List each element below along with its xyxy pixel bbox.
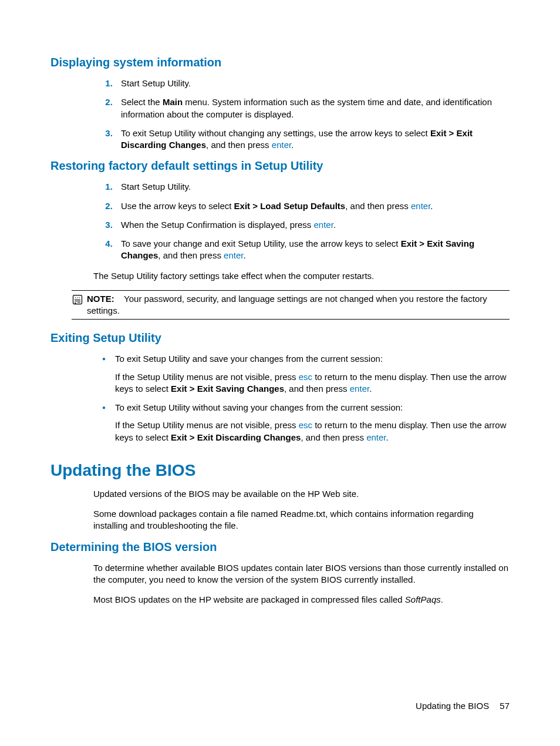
text-run: , and then press [284,384,350,394]
document-page: Displaying system information Start Setu… [0,0,560,746]
text-run: Some download packages contain a file na… [93,509,474,530]
text-run: . [291,140,294,150]
text-run: To exit Setup Utility without changing a… [121,128,430,138]
list-item: To exit Setup Utility and save your chan… [115,353,510,395]
text-run: To save your change and exit Setup Utili… [121,238,401,248]
text-run: Select the [121,97,163,107]
page-footer: Updating the BIOS 57 [416,701,510,711]
ordered-list-section1: Start Setup Utility.Select the Main menu… [50,78,510,151]
list-item: To exit Setup Utility without saving you… [115,402,510,443]
key-name: enter [314,220,333,230]
body-paragraph: To determine whether available BIOS upda… [50,562,510,586]
text-run: . [333,220,336,230]
list-item: Start Setup Utility. [115,78,510,89]
heading-updating-the-bios: Updating the BIOS [50,461,510,480]
svg-point-3 [79,297,80,298]
text-run: Use the arrow keys to select [121,201,234,211]
note-callout: NOTE: Your password, security, and langu… [72,290,510,320]
note-label: NOTE: [87,294,114,304]
note-text: NOTE: Your password, security, and langu… [87,293,510,317]
bullet-list-section3: To exit Setup Utility and save your chan… [50,353,510,443]
list-item: To save your change and exit Setup Utili… [115,238,510,262]
italic-text: SoftPaqs [405,594,441,604]
heading-determining-bios-version: Determining the BIOS version [50,540,510,554]
svg-point-2 [77,297,77,298]
text-run: If the Setup Utility menus are not visib… [115,372,299,382]
text-run: , and then press [301,432,366,442]
heading-exiting-setup-utility: Exiting Setup Utility [50,331,510,345]
key-name: esc [299,420,312,430]
text-run: Most BIOS updates on the HP website are … [93,594,405,604]
heading-displaying-system-information: Displaying system information [50,56,510,69]
text-run: To exit Setup Utility without saving you… [115,402,403,412]
bold-text: Main [163,97,183,107]
heading-restoring-factory-defaults: Restoring factory default settings in Se… [50,159,510,173]
list-item: To exit Setup Utility without changing a… [115,127,510,152]
key-name: enter [350,384,369,394]
key-name: esc [299,372,312,382]
list-item: Use the arrow keys to select Exit > Load… [115,200,510,212]
svg-point-1 [75,297,76,298]
text-run: , and then press [206,140,272,150]
body-paragraph: Updated versions of the BIOS may be avai… [50,488,510,500]
key-name: enter [366,432,386,442]
body-text: The Setup Utility factory settings take … [50,270,510,282]
text-run: Start Setup Utility. [121,78,191,88]
text-run: To determine whether available BIOS upda… [93,563,508,584]
bold-text: Exit > Exit Discarding Changes [171,432,301,442]
text-run: , and then press [345,201,411,211]
key-name: enter [224,250,243,260]
key-name: enter [411,201,430,211]
footer-text: Updating the BIOS [416,701,489,711]
body-paragraph: Some download packages contain a file na… [50,508,510,532]
text-run: . [386,432,389,442]
bold-text: Exit > Exit Saving Changes [171,384,284,394]
key-name: enter [272,140,291,150]
ordered-list-section2: Start Setup Utility.Use the arrow keys t… [50,181,510,261]
list-item: Select the Main menu. System information… [115,96,510,120]
text-run: To exit Setup Utility and save your chan… [115,354,383,364]
text-run: . [430,201,433,211]
text-run: When the Setup Confirmation is displayed… [121,220,314,230]
bullet-sub: If the Setup Utility menus are not visib… [115,371,510,395]
text-run: , and then press [158,250,224,260]
text-run: Updated versions of the BIOS may be avai… [93,489,359,499]
note-icon [72,294,83,305]
note-body: Your password, security, and language se… [87,294,487,315]
bullet-sub: If the Setup Utility menus are not visib… [115,419,510,443]
text-run: If the Setup Utility menus are not visib… [115,420,299,430]
body-paragraph: Most BIOS updates on the HP website are … [50,594,510,606]
text-run: . [243,250,245,260]
bullet-main: To exit Setup Utility without saving you… [115,402,510,414]
bold-text: Exit > Load Setup Defaults [234,201,346,211]
list-item: When the Setup Confirmation is displayed… [115,219,510,231]
text-run: . [369,384,372,394]
bullet-main: To exit Setup Utility and save your chan… [115,353,510,365]
text-run: . [441,594,443,604]
text-run: Start Setup Utility. [121,182,191,191]
list-item: Start Setup Utility. [115,181,510,193]
page-number: 57 [500,701,510,711]
